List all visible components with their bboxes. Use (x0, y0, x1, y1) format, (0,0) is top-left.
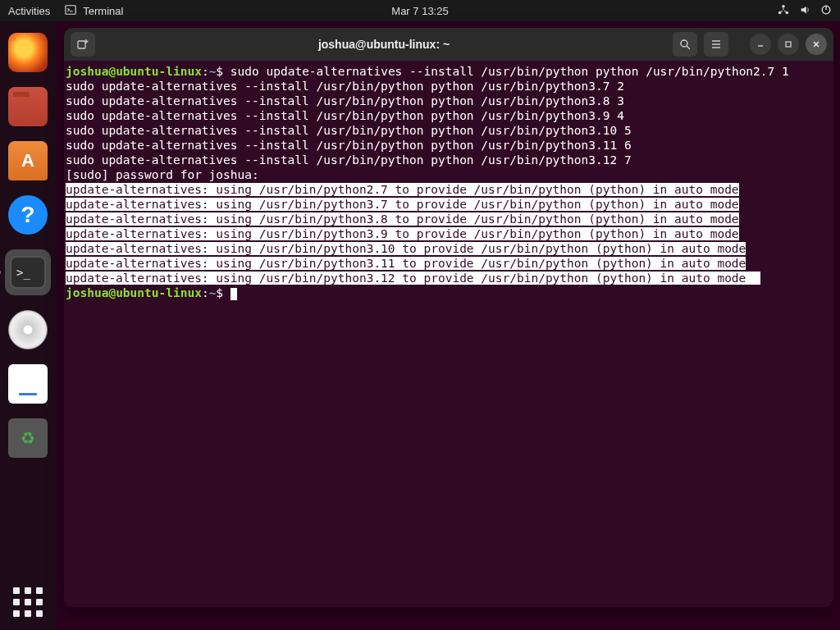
maximize-button[interactable] (778, 34, 799, 55)
menu-button[interactable] (704, 32, 728, 57)
output-line: update-alternatives: using /usr/bin/pyth… (66, 242, 746, 255)
sudo-prompt: [sudo] password for joshua: (66, 168, 259, 181)
output-line: update-alternatives: using /usr/bin/pyth… (66, 227, 739, 240)
terminal-icon (65, 4, 76, 18)
command-line: sudo update-alternatives --install /usr/… (66, 80, 624, 93)
activities-button[interactable]: Activities (8, 5, 50, 17)
command-line: sudo update-alternatives --install /usr/… (66, 109, 624, 122)
output-line: update-alternatives: using /usr/bin/pyth… (66, 198, 739, 211)
dock-show-apps[interactable] (13, 587, 43, 617)
prompt-user: joshua (66, 286, 108, 299)
close-button[interactable] (806, 34, 827, 55)
prompt-user: joshua (66, 65, 108, 78)
prompt-host: ubuntu-linux (116, 286, 202, 299)
svg-point-1 (782, 4, 785, 7)
clock[interactable]: Mar 7 13:25 (391, 5, 448, 17)
svg-rect-13 (786, 42, 791, 47)
dock-trash[interactable]: ♻ (8, 418, 48, 458)
dock: ? >_ ♻ (0, 21, 56, 630)
command-line: sudo update-alternatives --install /usr/… (66, 124, 632, 137)
dock-terminal[interactable]: >_ (5, 249, 51, 295)
dock-software[interactable] (8, 141, 48, 180)
svg-line-8 (687, 46, 690, 49)
svg-point-7 (681, 40, 687, 47)
power-icon[interactable] (820, 4, 832, 18)
dock-firefox[interactable] (8, 33, 48, 72)
network-icon[interactable] (778, 4, 789, 18)
dock-text-editor[interactable] (8, 364, 48, 404)
search-button[interactable] (673, 32, 697, 57)
cursor (231, 288, 237, 300)
command-line: sudo update-alternatives --install /usr/… (231, 65, 789, 78)
dock-help[interactable]: ? (8, 195, 48, 235)
output-line: update-alternatives: using /usr/bin/pyth… (66, 272, 746, 285)
command-line: sudo update-alternatives --install /usr/… (66, 153, 632, 167)
minimize-button[interactable] (750, 34, 771, 55)
terminal-window: joshua@ubuntu-linux: ~ joshua@ubuntu-lin… (64, 28, 833, 607)
new-tab-button[interactable] (71, 32, 95, 57)
volume-icon[interactable] (799, 4, 810, 18)
command-line: sudo update-alternatives --install /usr/… (66, 139, 632, 152)
active-app-name: Terminal (83, 5, 123, 17)
top-bar: Activities Terminal Mar 7 13:25 (0, 0, 840, 21)
terminal-body[interactable]: joshua@ubuntu-linux:~$ sudo update-alter… (64, 61, 833, 607)
dock-disk-utility[interactable] (8, 310, 48, 349)
output-line: update-alternatives: using /usr/bin/pyth… (66, 212, 739, 226)
svg-rect-6 (78, 41, 85, 48)
svg-rect-0 (66, 5, 75, 14)
active-app-indicator[interactable]: Terminal (65, 4, 123, 18)
titlebar[interactable]: joshua@ubuntu-linux: ~ (64, 28, 833, 61)
prompt-host: ubuntu-linux (116, 65, 202, 78)
window-title: joshua@ubuntu-linux: ~ (102, 38, 666, 51)
output-line: update-alternatives: using /usr/bin/pyth… (66, 183, 739, 196)
output-line: update-alternatives: using /usr/bin/pyth… (66, 257, 746, 270)
dock-files[interactable] (8, 87, 48, 126)
command-line: sudo update-alternatives --install /usr/… (66, 94, 624, 107)
